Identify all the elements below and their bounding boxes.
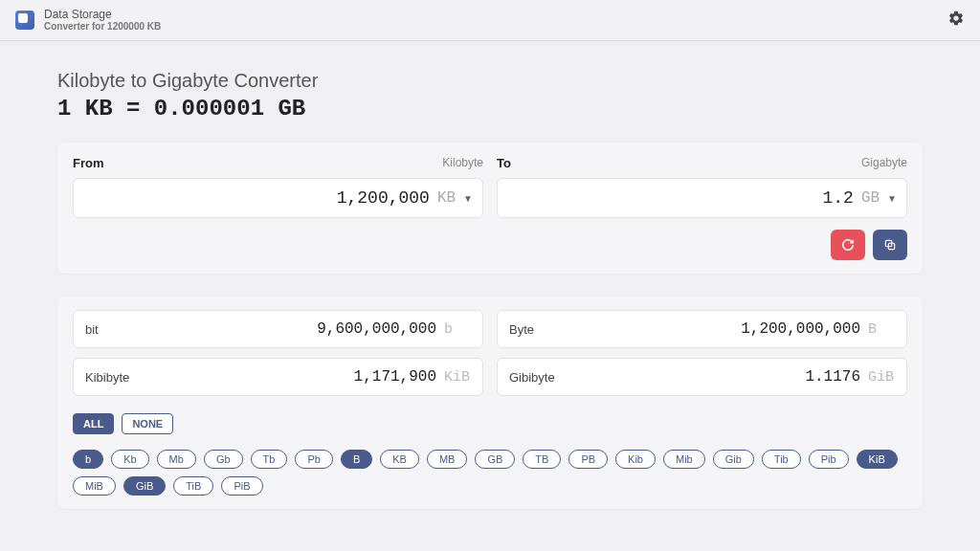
unit-chip-KB[interactable]: KB	[380, 450, 419, 469]
unit-chips: bKbMbGbTbPbBKBMBGBTBPBKibMibGibTibPibKiB…	[73, 450, 907, 496]
result-unit: KiB	[444, 369, 471, 386]
unit-chip-Mib[interactable]: Mib	[663, 450, 705, 469]
unit-chip-b[interactable]: b	[73, 450, 103, 469]
page-title: Kilobyte to Gigabyte Converter	[57, 70, 923, 92]
filter-none-button[interactable]: NONE	[122, 413, 173, 434]
copy-button[interactable]	[873, 230, 907, 260]
converter-card: From Kilobyte 1,200,000 KB ▼ To Gigabyte…	[57, 143, 923, 274]
result-row[interactable]: Gibibyte 1.1176 GiB	[497, 358, 907, 396]
unit-chip-Tb[interactable]: Tb	[251, 450, 288, 469]
result-value: 1,171,900	[137, 368, 436, 386]
header-subtitle: Converter for 1200000 KB	[44, 21, 161, 33]
unit-chip-PB[interactable]: PB	[568, 450, 608, 469]
from-label: From	[73, 156, 104, 170]
from-unit-name: Kilobyte	[442, 156, 483, 170]
chevron-down-icon[interactable]: ▼	[463, 193, 473, 204]
result-label: Byte	[509, 322, 534, 337]
app-icon	[15, 11, 34, 30]
result-value: 9,600,000,000	[106, 320, 436, 338]
to-column: To Gigabyte 1.2 GB ▼	[497, 156, 907, 218]
to-unit-name: Gigabyte	[861, 156, 907, 170]
from-column: From Kilobyte 1,200,000 KB ▼	[73, 156, 483, 218]
unit-chip-Mb[interactable]: Mb	[157, 450, 196, 469]
result-unit: b	[444, 321, 471, 338]
unit-chip-MiB[interactable]: MiB	[73, 476, 116, 496]
content: Kilobyte to Gigabyte Converter 1 KB = 0.…	[0, 41, 980, 551]
result-label: Gibibyte	[509, 370, 555, 385]
to-value: 1.2	[509, 188, 854, 208]
from-unit: KB	[437, 189, 456, 207]
unit-chip-Pib[interactable]: Pib	[809, 450, 849, 469]
unit-chip-Pb[interactable]: Pb	[295, 450, 332, 469]
from-value: 1,200,000	[85, 188, 430, 208]
chevron-down-icon[interactable]: ▼	[887, 193, 897, 204]
unit-chip-MB[interactable]: MB	[427, 450, 468, 469]
reset-button[interactable]	[831, 230, 865, 260]
result-label: bit	[85, 322, 99, 337]
result-value: 1.1176	[563, 368, 860, 386]
unit-chip-GiB[interactable]: GiB	[123, 476, 166, 496]
filter-row: ALL NONE	[73, 413, 907, 434]
to-input[interactable]: 1.2 GB ▼	[497, 178, 907, 218]
results-grid: bit 9,600,000,000 b Byte 1,200,000,000 B…	[73, 310, 907, 396]
unit-chip-GB[interactable]: GB	[475, 450, 515, 469]
from-input[interactable]: 1,200,000 KB ▼	[73, 178, 483, 218]
filter-all-button[interactable]: ALL	[73, 413, 114, 434]
to-label: To	[497, 156, 511, 170]
unit-chip-TB[interactable]: TB	[523, 450, 561, 469]
unit-chip-Tib[interactable]: Tib	[762, 450, 801, 469]
header-title: Data Storage	[44, 8, 161, 21]
result-value: 1,200,000,000	[542, 320, 860, 338]
unit-chip-Kib[interactable]: Kib	[615, 450, 656, 469]
results-card: bit 9,600,000,000 b Byte 1,200,000,000 B…	[57, 297, 923, 509]
header-left: Data Storage Converter for 1200000 KB	[15, 8, 161, 33]
result-row[interactable]: Byte 1,200,000,000 B	[497, 310, 907, 348]
app-header: Data Storage Converter for 1200000 KB	[0, 0, 980, 41]
result-unit: GiB	[868, 369, 895, 386]
from-header: From Kilobyte	[73, 156, 483, 170]
to-header: To Gigabyte	[497, 156, 907, 170]
unit-chip-KiB[interactable]: KiB	[857, 450, 898, 469]
conversion-equation: 1 KB = 0.000001 GB	[57, 96, 923, 121]
gear-icon[interactable]	[947, 10, 965, 31]
unit-chip-PiB[interactable]: PiB	[221, 476, 262, 496]
unit-chip-Gib[interactable]: Gib	[713, 450, 754, 469]
result-unit: B	[868, 321, 895, 338]
unit-chip-Gb[interactable]: Gb	[204, 450, 243, 469]
from-to-row: From Kilobyte 1,200,000 KB ▼ To Gigabyte…	[73, 156, 907, 218]
to-unit: GB	[861, 189, 880, 207]
unit-chip-TiB[interactable]: TiB	[173, 476, 213, 496]
action-row	[73, 230, 907, 260]
result-label: Kibibyte	[85, 370, 129, 385]
result-row[interactable]: bit 9,600,000,000 b	[73, 310, 483, 348]
header-titles: Data Storage Converter for 1200000 KB	[44, 8, 161, 33]
unit-chip-B[interactable]: B	[341, 450, 372, 469]
result-row[interactable]: Kibibyte 1,171,900 KiB	[73, 358, 483, 396]
unit-chip-Kb[interactable]: Kb	[111, 450, 148, 469]
